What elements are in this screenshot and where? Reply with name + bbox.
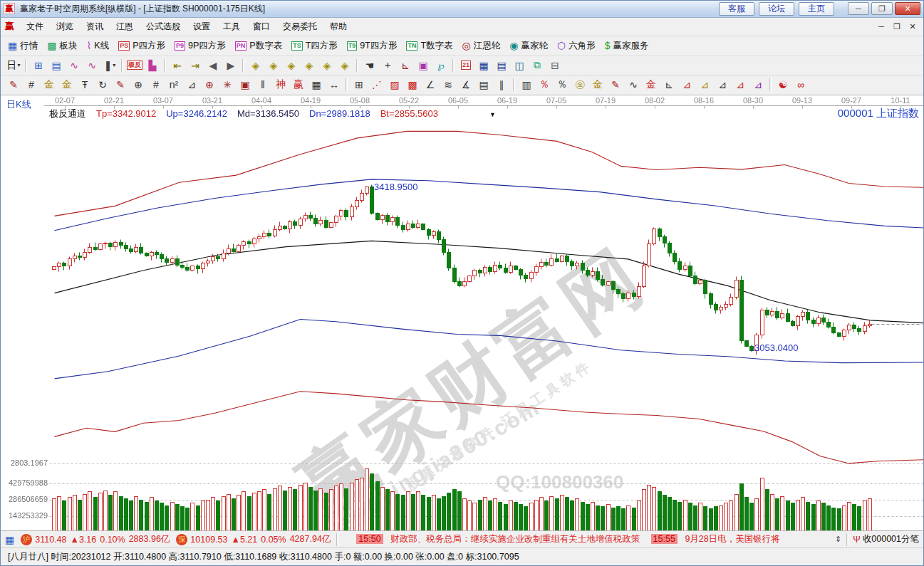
tool-go-last-icon[interactable]: ⇥ [187,58,204,73]
tool-fan-lines-icon[interactable]: ⋰ [368,77,385,93]
mdi-restore-button[interactable]: ❐ [889,22,905,31]
tool-percent-icon[interactable]: ％ [554,77,571,93]
menu-item[interactable]: 交易委托 [276,19,323,35]
maximize-button[interactable]: ❐ [871,2,893,15]
tool-gann-circle-icon[interactable]: ⊕ [201,77,218,93]
toolbar-item-gann-wheel[interactable]: ◎江恩轮 [460,38,506,53]
tool-calendar-icon[interactable]: 21 [457,58,474,73]
news-scroll-spinner[interactable]: ⇕ [835,535,841,544]
toolbar-item-t-square[interactable]: TST四方形 [289,38,343,53]
tool-candle-style-icon[interactable]: ❚▾ [101,58,118,73]
tool-spiral-icon[interactable]: ↻ [94,77,111,93]
tool-jifan-channel-icon[interactable]: 极反 [126,58,143,73]
titlebar-button[interactable]: 客服 [719,2,754,16]
toolbar-item-hexagon[interactable]: ⬡六角形 [554,38,601,53]
toolbar-item-t-number[interactable]: TNT数字表 [403,38,457,53]
tool-pen-icon[interactable]: ✎ [5,77,22,93]
menu-item[interactable]: 浏览 [50,19,80,35]
tool-calculator-icon[interactable]: ▦ [475,58,492,73]
toolbar-item-9p-square[interactable]: P99P四方形 [172,38,231,53]
close-button[interactable]: ✕ [895,2,920,15]
tool-square-web-icon[interactable]: ▣ [237,77,254,93]
tool-zoom-right-icon[interactable]: ◈ [265,58,282,73]
tool-zoom-fit-icon[interactable]: ◈ [336,58,353,73]
tool-trend-angle-icon[interactable]: ∡ [457,77,474,93]
menu-item[interactable]: 帮助 [323,19,353,35]
tool-pen-3-icon[interactable]: ✎ [607,77,624,93]
tool-ying-tool-icon[interactable]: 赢 [290,77,307,93]
tool-zoom-all-icon[interactable]: ◈ [318,58,336,73]
tool-brain-tool-icon[interactable]: ℘ [432,58,450,73]
tool-span-arrows-icon[interactable]: ↔ [326,77,343,93]
toolbar-item-p-number[interactable]: PNP数字表 [232,38,287,53]
tool-period-day-icon[interactable]: 日▾ [5,58,22,73]
tool-window-view-icon[interactable]: ⊞ [30,58,47,73]
tool-zoom-v-icon[interactable]: ◈ [301,58,318,73]
quote-table-icon[interactable]: ▦ [5,534,14,545]
toolbar-item-blocks[interactable]: ▩板块 [44,38,82,53]
tool-crosshair-tool-icon[interactable]: ＋ [379,58,396,73]
tool-shen-tool-icon[interactable]: 神 [272,77,289,93]
tool-tick-lines-icon[interactable]: # [147,77,165,93]
tool-angle-gold-icon[interactable]: ⊿ [696,77,713,93]
tool-go-prev-icon[interactable]: ◀ [204,58,222,73]
tool-angle-tool-icon[interactable]: ⊿ [183,77,200,93]
tool-grid-123-icon[interactable]: ▦ [308,77,325,93]
toolbar-item-winner-wheel[interactable]: ◉赢家轮 [507,38,553,53]
tool-print-icon[interactable]: ⊟ [546,58,564,73]
tool-zoom-left-icon[interactable]: ◈ [247,58,264,73]
tool-notes-icon[interactable]: ▤ [493,58,510,73]
tool-infinity-icon[interactable]: ∞ [792,77,809,93]
menu-item[interactable]: 设置 [187,19,217,35]
tool-web-box-icon[interactable]: ▩ [404,77,421,93]
tool-color-chart-icon[interactable]: ▙ [144,58,161,73]
tool-gold-circle-icon[interactable]: ㊎ [571,77,588,93]
menu-item[interactable]: 工具 [217,19,246,35]
tool-measure-tool-icon[interactable]: ⊾ [397,58,414,73]
tool-box-tool-icon[interactable]: ⊞ [351,77,368,93]
menu-item[interactable]: 窗口 [246,19,276,35]
tool-zoom-h-icon[interactable]: ◈ [283,58,300,73]
menu-item[interactable]: 江恩 [110,19,140,35]
tool-grid-box-icon[interactable]: ▤ [475,77,492,93]
tool-angle-four-icon[interactable]: ⊿ [749,77,767,93]
toolbar-item-winner-service[interactable]: $赢家服务 [602,38,654,53]
toolbar-item-9t-square[interactable]: T99T四方形 [344,38,403,53]
menu-item[interactable]: 公式选股 [140,19,187,35]
tool-chart-small-9-icon[interactable]: ∿ [83,58,100,73]
tool-angle-cang-icon[interactable]: ⊿ [732,77,749,93]
tool-go-first-icon[interactable]: ⇤ [169,58,186,73]
mdi-close-button[interactable]: ✕ [905,22,920,31]
tool-angle-f-icon[interactable]: ⊿ [678,77,695,93]
tool-taiji-icon[interactable]: ☯ [774,77,791,93]
tool-wave-abc-icon[interactable]: ∿ [625,77,642,93]
tool-scale-list-icon[interactable]: ▥ [518,77,535,93]
titlebar-button[interactable]: 主页 [799,2,834,16]
tool-gold-cycle-1-icon[interactable]: 金 [41,77,58,93]
tool-fan-box-icon[interactable]: ▨ [386,77,403,93]
mdi-minimize-button[interactable]: ─ [873,22,889,31]
tool-percent-red-icon[interactable]: ％ [536,77,553,93]
tool-gold-line-icon[interactable]: 金 [589,77,606,93]
minimize-button[interactable]: ─ [848,2,869,15]
tool-pen-2-icon[interactable]: ✎ [112,77,129,93]
toolbar-item-p-square[interactable]: PSP四方形 [115,38,170,53]
tool-save-icon[interactable]: ◫ [511,58,528,73]
tool-clock-cycle-icon[interactable]: ⊕ [130,77,147,93]
tool-n-square-icon[interactable]: n² [165,77,182,93]
tool-gold-cycle-2-icon[interactable]: 金 [58,77,76,93]
tool-cycle-lines-icon[interactable]: # [23,77,40,93]
titlebar-button[interactable]: 论坛 [759,2,794,16]
tool-info-view-icon[interactable]: ▤ [48,58,65,73]
tool-hand-tool-icon[interactable]: ☚ [361,58,378,73]
tool-star-web-icon[interactable]: ✳ [219,77,236,93]
tool-stamp-tool-icon[interactable]: ▣ [415,58,432,73]
tool-export-image-icon[interactable]: ⧉ [529,58,546,73]
menu-item[interactable]: 文件 [20,19,50,35]
tool-wave-tool-icon[interactable]: ≋ [440,77,457,93]
tool-angle-j-icon[interactable]: ⊾ [660,77,678,93]
chart-area[interactable]: 赢家财富网 www.yingjia360.com 赢家江恩软件 股票分析软件 江… [1,95,923,530]
toolbar-item-quotes[interactable]: ▦行情 [5,38,43,53]
tool-angle-speed-icon[interactable]: ⊿ [714,77,731,93]
kline-canvas[interactable] [1,95,923,530]
